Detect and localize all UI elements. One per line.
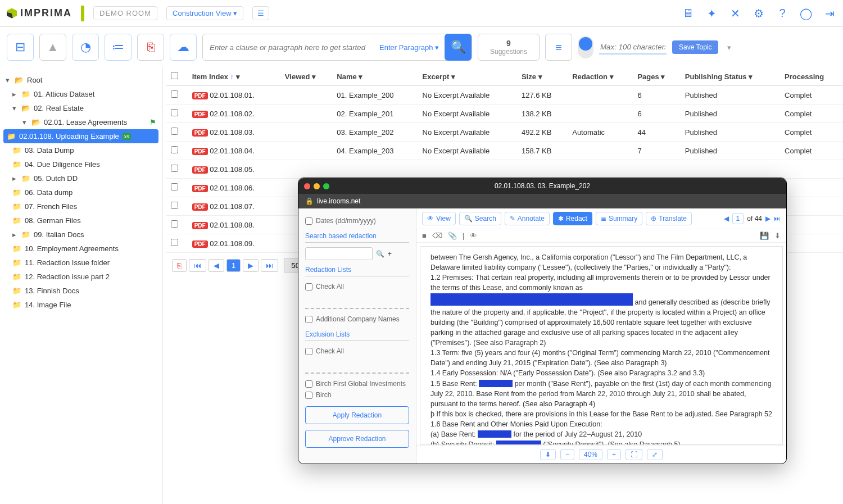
col-checkbox[interactable] <box>166 67 188 86</box>
col-size[interactable]: Size ▾ <box>517 67 568 86</box>
tree-item[interactable]: ▾📂02. Real Estate <box>0 101 162 115</box>
warning-tool-button[interactable]: ▲ <box>39 34 66 61</box>
search-icon[interactable]: 🔍 <box>376 250 384 258</box>
logout-icon[interactable]: ⇥ <box>823 7 836 20</box>
tree-item[interactable]: 📁10. Employment Agreements <box>0 242 162 256</box>
gear-icon[interactable]: ⚙ <box>752 7 765 20</box>
list-button[interactable]: ☰ <box>252 6 269 20</box>
search-button[interactable]: 🔍 <box>445 34 472 61</box>
view-button[interactable]: 👁 View <box>422 212 456 225</box>
summary-button[interactable]: ≣ Summary <box>596 212 642 225</box>
cloud-tool-button[interactable]: ☁ <box>170 34 197 61</box>
filter-button[interactable]: ≡ <box>545 34 572 61</box>
zoom-in-button[interactable]: + <box>607 449 621 460</box>
row-checkbox[interactable] <box>171 128 178 135</box>
tree-item[interactable]: 📁14. Image File <box>0 298 162 312</box>
save-dropdown[interactable]: ▾ <box>727 43 731 52</box>
birch-global-checkbox[interactable]: Birch First Global Investments <box>305 378 409 389</box>
redaction-search-input[interactable] <box>305 247 373 260</box>
row-checkbox[interactable] <box>171 239 178 246</box>
tree-item[interactable]: ▾📂02.01. Lease Agreements⚑ <box>0 115 162 129</box>
row-checkbox[interactable] <box>171 183 178 190</box>
window-controls[interactable] <box>304 183 329 189</box>
col-pages[interactable]: Pages ▾ <box>633 67 680 86</box>
prev-page-button[interactable]: ◀ <box>724 215 729 223</box>
add-icon[interactable]: + <box>388 250 392 258</box>
eraser-icon[interactable]: ⌫ <box>432 231 442 240</box>
col-excerpt[interactable]: Excerpt ▾ <box>418 67 517 86</box>
pager-current[interactable]: 1 <box>226 259 241 272</box>
checkall-redaction[interactable]: Check All <box>305 281 409 292</box>
enter-paragraph-dropdown[interactable]: Enter Paragraph ▾ <box>374 43 445 52</box>
table-row[interactable]: PDF 02.01.108.01. 01. Example_200No Exce… <box>166 86 843 105</box>
tree-item[interactable]: 📁07. French Files <box>0 199 162 214</box>
search-button[interactable]: 🔍 Search <box>459 212 501 225</box>
row-checkbox[interactable] <box>171 165 178 172</box>
row-checkbox[interactable] <box>171 202 178 209</box>
birch-checkbox[interactable]: Birch <box>305 389 409 401</box>
view-selector[interactable]: Construction View ▾ <box>166 6 243 20</box>
stop-icon[interactable]: ■ <box>422 231 427 240</box>
fullscreen-button[interactable]: ⤢ <box>647 449 663 460</box>
list-tool-button[interactable]: ≔ <box>105 34 132 61</box>
tree-item[interactable]: ▸📁05. Dutch DD <box>0 171 162 185</box>
checkall-exclusion[interactable]: Check All <box>305 346 409 357</box>
download-icon[interactable]: ⬇ <box>774 231 781 240</box>
redact-button[interactable]: ✱ Redact <box>553 212 592 225</box>
table-row[interactable]: PDF 02.01.108.02. 02. Example_201No Exce… <box>166 105 843 123</box>
dates-checkbox[interactable]: Dates (dd/mm/yyyy) <box>305 215 409 226</box>
clause-search-input[interactable] <box>210 43 374 52</box>
table-row[interactable]: PDF 02.01.108.03. 03. Example_202No Exce… <box>166 123 843 142</box>
tree-item[interactable]: 📁08. German Files <box>0 214 162 228</box>
maximize-icon[interactable] <box>323 183 329 189</box>
next-page-button[interactable]: ▶ <box>765 215 771 223</box>
tree-item[interactable]: 📁06. Data dump <box>0 185 162 199</box>
last-page-button[interactable]: ⏭ <box>774 215 781 223</box>
tree-item[interactable]: ▸📁09. Italian Docs <box>0 228 162 242</box>
approve-redaction-button[interactable]: Approve Redaction <box>305 430 409 448</box>
apply-redaction-button[interactable]: Apply Redaction <box>305 406 409 424</box>
col-processing[interactable]: Processing <box>780 67 843 86</box>
monitor-icon[interactable]: 🖥 <box>681 7 695 20</box>
save-icon[interactable]: 💾 <box>760 231 769 240</box>
col-pub-status[interactable]: Publishing Status ▾ <box>681 67 780 86</box>
pager-next[interactable]: ▶ <box>243 259 259 272</box>
tree-tool-button[interactable]: ⊟ <box>7 34 34 61</box>
zoom-level[interactable]: 40% <box>579 449 602 460</box>
eye-icon[interactable]: 👁 <box>470 231 477 240</box>
row-checkbox[interactable] <box>171 90 178 98</box>
additional-names-checkbox[interactable]: Additional Company Names <box>305 314 409 325</box>
pager-prev[interactable]: ◀ <box>209 259 224 272</box>
table-row[interactable]: PDF 02.01.108.04. 04. Example_203No Exce… <box>166 142 843 160</box>
document-content[interactable]: between The Gersh Agency, Inc., a Califo… <box>420 246 783 445</box>
pager-first[interactable]: ⏮ <box>189 259 206 272</box>
row-checkbox[interactable] <box>171 146 178 153</box>
tree-item[interactable]: 📁11. Redaction Issue folder <box>0 256 162 270</box>
tree-item[interactable]: 📁13. Finnish Docs <box>0 284 162 298</box>
topic-input[interactable] <box>599 40 667 55</box>
suggestions-panel[interactable]: 9 Suggestions <box>478 34 540 61</box>
tree-item[interactable]: 📁12. Redaction issue part 2 <box>0 270 162 284</box>
col-name[interactable]: Name ▾ <box>332 67 418 86</box>
table-row[interactable]: PDF 02.01.108.05. <box>166 160 843 179</box>
annotate-button[interactable]: ✎ Annotate <box>505 212 550 225</box>
fit-width-button[interactable]: ⛶ <box>626 449 642 460</box>
chart-tool-button[interactable]: ◔ <box>72 34 99 61</box>
translate-button[interactable]: ⊕ Translate <box>646 212 692 225</box>
tree-item[interactable]: 📁03. Data Dump <box>0 143 162 157</box>
toggle-switch[interactable] <box>578 36 593 58</box>
tree-item[interactable]: ▸📁01. Atticus Dataset <box>0 87 162 101</box>
tree-root[interactable]: ▾📂Root <box>0 73 162 87</box>
export-tool-button[interactable]: ⎘ <box>137 34 164 61</box>
minimize-icon[interactable] <box>314 183 320 189</box>
user-icon[interactable]: ◯ <box>799 7 813 20</box>
save-topic-button[interactable]: Save Topic <box>672 40 718 54</box>
tree-item-selected[interactable]: 📁02.01.108. Uploading Examplexs <box>3 129 158 143</box>
help-icon[interactable]: ? <box>776 7 789 20</box>
col-redaction[interactable]: Redaction ▾ <box>568 67 633 86</box>
pager-export[interactable]: ⎘ <box>172 259 187 272</box>
close-icon[interactable] <box>304 183 310 189</box>
row-checkbox[interactable] <box>171 220 178 228</box>
clip-icon[interactable]: 📎 <box>448 231 457 240</box>
tools-icon[interactable]: ✕ <box>728 7 742 20</box>
